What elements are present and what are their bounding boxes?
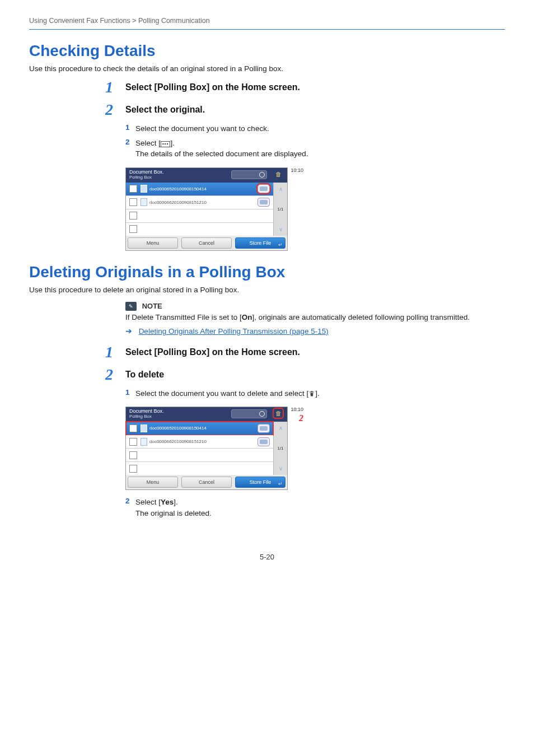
preview-thumbnail[interactable] bbox=[257, 437, 270, 446]
heading-checking-details: Checking Details bbox=[29, 42, 505, 60]
substep-text-c: The details of the selected document are… bbox=[135, 150, 308, 158]
scroll-column: ∧ 1/1 ∨ bbox=[273, 183, 287, 236]
row-label: doc00006620100908151210 bbox=[149, 200, 257, 205]
step-1-title: Select [Polling Box] on the Home screen. bbox=[125, 81, 300, 94]
list-row-empty bbox=[126, 223, 273, 236]
substep-text: Select [Yes]. The original is deleted. bbox=[135, 497, 212, 519]
page-indicator: 1/1 bbox=[277, 435, 283, 462]
panel-clock: 10:10 bbox=[291, 167, 303, 173]
substep-text-b: ]. bbox=[174, 498, 178, 506]
menu-button[interactable]: Menu bbox=[128, 237, 178, 249]
substep-text-a: Select the document you want to delete a… bbox=[135, 389, 308, 398]
step-2-title: Select the original. bbox=[125, 103, 205, 116]
substep-text: Select the document you want to delete a… bbox=[135, 388, 320, 399]
list-row-empty bbox=[126, 462, 273, 475]
scroll-down-icon[interactable]: ∨ bbox=[274, 223, 287, 236]
trash-icon[interactable]: 🗑 bbox=[274, 409, 283, 418]
substep-text-b: ]. bbox=[170, 139, 175, 147]
substep-yes: Yes bbox=[161, 498, 174, 506]
document-icon bbox=[140, 438, 147, 446]
checkbox-icon[interactable] bbox=[129, 438, 137, 446]
document-icon bbox=[140, 424, 147, 432]
row-label: doc00006520100908150414 bbox=[149, 426, 257, 431]
search-icon[interactable] bbox=[231, 170, 267, 179]
panel-clock: 10:10 bbox=[291, 407, 303, 412]
ellipsis-icon: ••• bbox=[161, 141, 170, 147]
arrow-icon: ➔ bbox=[125, 326, 132, 335]
substep-number: 2 bbox=[125, 497, 135, 519]
intro-checking: Use this procedure to check the details … bbox=[29, 64, 505, 73]
list-row-selected[interactable]: ✓ doc00006520100908150414 bbox=[126, 183, 273, 196]
step-1-title-del: Select [Polling Box] on the Home screen. bbox=[125, 346, 300, 358]
substep-text-b: ]. bbox=[315, 389, 320, 398]
breadcrumb: Using Convenient Fax Functions > Polling… bbox=[29, 17, 505, 29]
step-number-2: 2 bbox=[105, 367, 125, 382]
document-icon bbox=[140, 198, 147, 206]
store-file-button[interactable]: Store File bbox=[235, 477, 285, 488]
scroll-up-icon[interactable]: ∧ bbox=[274, 422, 287, 435]
checkbox-icon bbox=[129, 212, 137, 220]
note-on: On bbox=[242, 313, 252, 321]
trash-icon bbox=[308, 389, 315, 396]
substep-text: Select the document you want to check. bbox=[135, 123, 269, 134]
screenshot-panel: 10:10 2 1 Document Box. Polling Box 🗑 ✓ … bbox=[125, 407, 288, 490]
xref-link[interactable]: Deleting Originals After Polling Transmi… bbox=[139, 327, 329, 335]
substep-number: 1 bbox=[125, 388, 135, 399]
panel-header: Document Box. Polling Box 🗑 bbox=[126, 407, 287, 422]
list-row-selected[interactable]: ✓ doc00006520100908150414 bbox=[126, 422, 273, 435]
preview-thumbnail[interactable] bbox=[257, 424, 270, 433]
note-label: NOTE bbox=[142, 302, 162, 310]
trash-icon[interactable]: 🗑 bbox=[274, 170, 283, 179]
search-icon[interactable] bbox=[231, 409, 267, 418]
scroll-column: ∧ 1/1 ∨ bbox=[273, 422, 287, 475]
step-2-title-del: To delete bbox=[125, 368, 164, 381]
substep-number: 1 bbox=[125, 123, 135, 134]
list-row[interactable]: doc00006620100908151210 bbox=[126, 435, 273, 449]
cancel-button[interactable]: Cancel bbox=[181, 477, 232, 488]
list-row-empty bbox=[126, 449, 273, 462]
checkbox-icon[interactable]: ✓ bbox=[129, 424, 137, 432]
note-icon: ✎ bbox=[125, 302, 137, 311]
substep-text-a: Select [ bbox=[135, 139, 161, 147]
preview-thumbnail[interactable] bbox=[257, 198, 270, 207]
substep-number: 2 bbox=[125, 138, 135, 160]
checkbox-icon[interactable] bbox=[129, 198, 137, 206]
note-text-a: If Delete Transmitted File is set to [ bbox=[125, 313, 242, 321]
store-file-button[interactable]: Store File bbox=[235, 237, 285, 249]
page-indicator: 1/1 bbox=[277, 195, 283, 223]
checkbox-icon[interactable]: ✓ bbox=[129, 185, 137, 193]
intro-deleting: Use this procedure to delete an original… bbox=[29, 286, 505, 294]
page-number: 5-20 bbox=[29, 553, 505, 561]
document-icon bbox=[140, 185, 147, 193]
step-number-2: 2 bbox=[105, 102, 125, 118]
checkbox-icon bbox=[129, 465, 137, 473]
preview-thumbnail[interactable] bbox=[257, 184, 270, 193]
row-label: doc00006520100908150414 bbox=[149, 186, 257, 192]
row-label: doc00006620100908151210 bbox=[149, 439, 257, 444]
list-row-empty bbox=[126, 209, 273, 223]
scroll-up-icon[interactable]: ∧ bbox=[274, 183, 287, 195]
list-row[interactable]: doc00006620100908151210 bbox=[126, 196, 273, 209]
menu-button[interactable]: Menu bbox=[128, 477, 178, 488]
note-header: ✎ NOTE bbox=[125, 302, 505, 311]
cancel-button[interactable]: Cancel bbox=[181, 237, 232, 249]
substep-text-c: The original is deleted. bbox=[135, 509, 212, 517]
panel-header: Document Box. Polling Box 🗑 bbox=[126, 168, 287, 183]
step-number-1: 1 bbox=[105, 344, 125, 360]
header-rule bbox=[29, 29, 505, 30]
note-text-b: ], originals are automatically deleted f… bbox=[252, 313, 470, 321]
checkbox-icon bbox=[129, 225, 137, 233]
substep-text-a: Select [ bbox=[135, 498, 161, 506]
callout-2: 2 bbox=[299, 413, 303, 423]
cross-reference: ➔ Deleting Originals After Polling Trans… bbox=[125, 326, 505, 335]
substep-text: Select [•••]. The details of the selecte… bbox=[135, 138, 308, 160]
heading-deleting-originals: Deleting Originals in a Polling Box bbox=[29, 263, 505, 281]
screenshot-panel: 10:10 Document Box. Polling Box 🗑 ✓ doc0… bbox=[125, 167, 288, 251]
note-text: If Delete Transmitted File is set to [On… bbox=[125, 312, 505, 323]
step-number-1: 1 bbox=[105, 80, 125, 95]
checkbox-icon bbox=[129, 451, 137, 459]
scroll-down-icon[interactable]: ∨ bbox=[274, 462, 287, 475]
